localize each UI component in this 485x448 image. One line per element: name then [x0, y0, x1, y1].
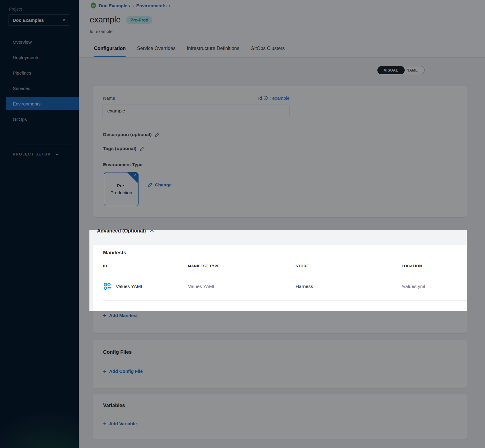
sidebar-item-deployments[interactable]: Deployments — [6, 51, 79, 64]
variables-title: Variables — [103, 403, 125, 408]
id-label: Id — [258, 95, 262, 101]
title-row: example Pre-Prod — [90, 15, 152, 25]
sidebar-item-gitops[interactable]: GitOps — [6, 112, 79, 126]
manifest-location-value: /values.yml — [402, 284, 467, 289]
environment-type-tile[interactable]: Pre-Production ✓ — [104, 172, 139, 206]
manifest-id-value: Values YAML — [116, 284, 143, 289]
plus-icon: + — [103, 421, 106, 426]
name-row: Name Id : example — [103, 95, 289, 101]
id-colon: : — [269, 95, 271, 101]
breadcrumb-environments-link[interactable]: Environments — [136, 3, 167, 8]
tab-infrastructure-definitions[interactable]: Infrastructure Definitions — [187, 40, 239, 57]
sidebar-item-pipelines[interactable]: Pipelines — [6, 66, 79, 79]
main-content: ∞ Doc Examples › Environments › example … — [79, 0, 485, 448]
tab-configuration[interactable]: Configuration — [94, 40, 126, 57]
add-config-file-label: Add Config File — [109, 369, 143, 374]
tab-bar: Configuration Service Overrides Infrastr… — [79, 40, 485, 58]
add-manifest-label: Add Manifest — [109, 313, 138, 318]
pencil-icon — [148, 182, 152, 187]
info-icon[interactable] — [263, 96, 268, 100]
add-manifest-button[interactable]: + Add Manifest — [103, 313, 138, 318]
manifest-store-value: Harness — [296, 284, 402, 289]
description-edit[interactable]: Description (optional) — [103, 132, 160, 137]
plus-icon: + — [103, 313, 106, 318]
add-variable-label: Add Variable — [109, 421, 137, 426]
visual-yaml-toggle[interactable]: YAML VISUAL — [377, 66, 425, 74]
sidebar-item-overview[interactable]: Overview — [6, 35, 79, 48]
breadcrumb-project-link[interactable]: Doc Examples — [99, 3, 130, 8]
environment-type-value: Pre-Production — [107, 182, 135, 196]
change-label: Change — [155, 182, 172, 187]
environment-details-card: Name Id : example Description (optional)… — [93, 86, 467, 217]
breadcrumb-separator-icon: › — [169, 3, 171, 8]
environment-type-label: Environment Type — [103, 162, 142, 167]
breadcrumb-separator-icon: › — [132, 3, 134, 8]
id-chip: Id : example — [258, 95, 289, 101]
sidebar-item-services[interactable]: Services — [6, 82, 79, 95]
plus-icon: + — [103, 368, 106, 374]
tab-gitops-clusters[interactable]: GitOps Clusters — [250, 40, 285, 57]
manifest-type-value: Values YAML — [188, 284, 296, 289]
col-manifest-type: MANIFEST TYPE — [188, 264, 296, 268]
sidebar: Project Doc Examples » Overview Deployme… — [0, 0, 79, 448]
config-files-title: Config Files — [103, 349, 132, 355]
manifests-table-header: ID MANIFEST TYPE STORE LOCATION — [103, 260, 457, 272]
page-title: example — [90, 15, 121, 25]
description-label: Description (optional) — [103, 132, 152, 137]
project-selector[interactable]: Doc Examples » — [8, 14, 70, 26]
tags-edit[interactable]: Tags (optional) — [103, 146, 145, 151]
chevron-down-icon — [55, 152, 59, 156]
config-files-card: Config Files + Add Config File — [93, 340, 467, 388]
values-yaml-manifest-icon — [103, 282, 112, 291]
name-input[interactable] — [102, 105, 289, 117]
tab-service-overrides[interactable]: Service Overrides — [137, 40, 176, 57]
change-env-type-link[interactable]: Change — [148, 182, 172, 187]
sidebar-divider — [13, 145, 70, 145]
pencil-icon — [155, 132, 160, 137]
chevron-up-icon — [149, 229, 154, 233]
check-icon: ✓ — [133, 173, 137, 178]
variables-card: Variables + Add Variable — [93, 394, 467, 440]
harness-project-icon: ∞ — [90, 2, 96, 8]
add-variable-button[interactable]: + Add Variable — [103, 421, 137, 426]
advanced-section-toggle[interactable]: Advanced (Optional) — [97, 228, 154, 234]
visual-toggle-option[interactable]: VISUAL — [377, 66, 405, 74]
content-area: YAML VISUAL Name Id : example Descriptio… — [79, 58, 485, 448]
manifest-table-row[interactable]: Values YAML Values YAML Harness /values.… — [103, 272, 467, 301]
sidebar-item-environments[interactable]: Environments — [6, 97, 79, 110]
col-location: LOCATION — [402, 264, 457, 268]
id-value-link[interactable]: example — [272, 95, 289, 101]
env-type-badge: Pre-Prod — [126, 16, 152, 24]
project-label: Project — [9, 7, 22, 12]
tags-label: Tags (optional) — [103, 146, 136, 151]
project-selector-value: Doc Examples — [13, 18, 44, 23]
page-header: ∞ Doc Examples › Environments › example … — [79, 0, 485, 40]
col-store: STORE — [296, 264, 402, 268]
manifests-title: Manifests — [103, 250, 126, 256]
sidebar-nav: Overview Deployments Pipelines Services … — [0, 33, 79, 128]
breadcrumb: ∞ Doc Examples › Environments › — [90, 2, 171, 8]
advanced-section-label: Advanced (Optional) — [97, 228, 146, 234]
project-setup-toggle[interactable]: PROJECT SETUP — [13, 152, 59, 156]
project-setup-label: PROJECT SETUP — [13, 152, 51, 156]
add-config-file-button[interactable]: + Add Config File — [103, 368, 143, 374]
col-id: ID — [103, 264, 188, 268]
entity-id-line: Id: example — [90, 29, 112, 34]
manifests-card: Manifests ID MANIFEST TYPE STORE LOCATIO… — [93, 245, 467, 333]
pencil-icon — [139, 146, 145, 151]
name-label: Name — [103, 95, 115, 101]
double-chevron-icon: » — [63, 17, 65, 23]
